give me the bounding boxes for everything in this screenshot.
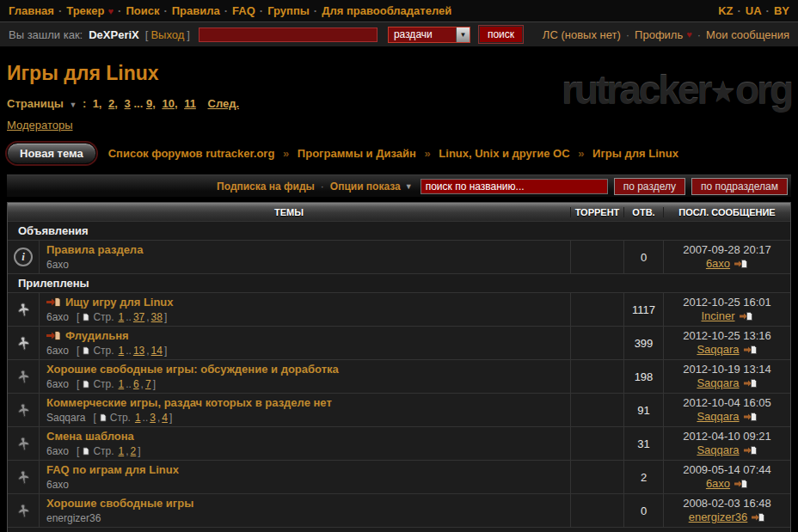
separator: ·: [626, 28, 629, 41]
torrent-cell: [570, 461, 623, 493]
topic-page-link[interactable]: 6: [133, 378, 139, 390]
last-post-date: 2012-10-25 13:16: [683, 329, 771, 343]
topic-title-link[interactable]: Коммерческие игры, раздач которых в разд…: [46, 396, 332, 409]
nav-faq[interactable]: FAQ: [232, 4, 255, 17]
search-in-section-button[interactable]: по разделу: [614, 178, 685, 195]
page-link-11[interactable]: 11: [184, 97, 196, 110]
topic-title-link[interactable]: FAQ по играм для Linux: [46, 463, 179, 476]
torrent-cell: [570, 293, 623, 326]
lang-kz[interactable]: KZ: [718, 4, 733, 17]
pin-icon: [15, 469, 32, 486]
pages-label: Стр.: [110, 412, 131, 424]
breadcrumb-programs-design[interactable]: Программы и Дизайн: [298, 147, 416, 160]
page-link-10[interactable]: 10: [162, 97, 174, 110]
last-post-author-link[interactable]: Saqqara: [697, 376, 739, 390]
goto-last-post-icon[interactable]: [744, 446, 758, 455]
breadcrumb: Список форумов rutracker.org » Программы…: [108, 147, 678, 160]
topic-author: 6axo: [46, 445, 69, 457]
new-posts-icon[interactable]: [46, 297, 61, 307]
topic-page-link[interactable]: 1: [119, 378, 125, 390]
topic-page-link[interactable]: 7: [145, 378, 151, 390]
last-post-author-link[interactable]: Saqqara: [697, 343, 739, 357]
topic-page-link[interactable]: 37: [133, 311, 144, 323]
topic-author: 6axo: [46, 311, 69, 323]
topic-page-link[interactable]: 38: [151, 311, 163, 323]
display-options-link[interactable]: Опции показа: [330, 180, 401, 193]
topic-title-link[interactable]: Ищу игру для Linux: [65, 296, 174, 309]
lang-ua[interactable]: UA: [746, 4, 762, 17]
last-post-author-link[interactable]: 6axo: [706, 257, 730, 271]
torrent-cell: [570, 394, 623, 426]
topic-page-link[interactable]: 14: [151, 345, 163, 357]
last-post-date: 2012-10-04 16:05: [683, 396, 771, 410]
nav-search[interactable]: Поиск: [126, 4, 159, 17]
nav-separator: ·: [260, 4, 263, 17]
topic-title-link[interactable]: Флудильня: [65, 329, 129, 342]
topic-page-link[interactable]: 2: [131, 445, 137, 457]
my-messages-link[interactable]: Мои сообщения: [706, 28, 789, 41]
topic-page-link[interactable]: 1: [135, 412, 141, 424]
nav-tracker[interactable]: Трекер: [66, 4, 104, 17]
chevron-down-icon[interactable]: ▼: [70, 101, 77, 109]
nav-rules[interactable]: Правила: [172, 4, 220, 17]
goto-last-post-icon[interactable]: [734, 480, 748, 488]
heart-icon: ♥: [686, 29, 692, 40]
lang-by[interactable]: BY: [774, 4, 789, 17]
last-post-author-link[interactable]: Inciner: [701, 309, 734, 323]
topic-page-link[interactable]: 13: [133, 345, 144, 357]
col-header-replies: ОТВ.: [623, 207, 663, 217]
goto-last-post-icon[interactable]: [744, 413, 758, 421]
breadcrumb-forum-index[interactable]: Список форумов rutracker.org: [108, 147, 275, 160]
topic-author: 6axo: [46, 378, 69, 390]
breadcrumb-games-linux[interactable]: Игры для Linux: [592, 147, 678, 160]
breadcrumb-linux-unix[interactable]: Linux, Unix и другие ОС: [439, 147, 569, 160]
goto-last-post-icon[interactable]: [744, 379, 758, 388]
page-current: 1: [93, 97, 99, 110]
topic-title-link[interactable]: Правила раздела: [46, 243, 143, 256]
pin-icon: [15, 402, 32, 419]
nav-separator: ·: [314, 4, 317, 17]
new-posts-icon[interactable]: [46, 331, 61, 340]
nav-copyright-holders[interactable]: Для правообладателей: [322, 4, 451, 17]
page-link-3[interactable]: 3: [125, 97, 131, 110]
goto-last-post-icon[interactable]: [744, 345, 758, 354]
search-in-subsections-button[interactable]: по подразделам: [691, 178, 788, 195]
pages-label: Стр.: [93, 378, 114, 390]
comma: ,: [99, 97, 102, 110]
replies-count: 399: [623, 327, 663, 359]
search-button[interactable]: поиск: [479, 26, 523, 43]
goto-last-post-icon[interactable]: [734, 260, 748, 268]
profile-link[interactable]: Профиль: [635, 28, 683, 41]
next-page-link[interactable]: След.: [208, 97, 240, 110]
replies-count: 91: [623, 394, 663, 426]
logout-link[interactable]: Выход: [150, 28, 184, 41]
topic-title-link[interactable]: Хорошие свободные игры: [46, 497, 193, 510]
search-scope-select[interactable]: раздачи ▼: [388, 27, 470, 43]
title-search-input[interactable]: [420, 179, 608, 194]
topic-page-link[interactable]: 3: [150, 412, 156, 424]
last-post-author-link[interactable]: Saqqara: [697, 443, 739, 457]
moderators-link[interactable]: Модераторы: [7, 119, 73, 131]
nav-home[interactable]: Главная: [9, 4, 54, 17]
chevron-down-icon[interactable]: ▼: [456, 28, 470, 42]
topic-page-link[interactable]: 4: [162, 412, 168, 424]
last-post-date: 2007-09-28 20:17: [683, 243, 771, 257]
topic-page-link[interactable]: 1: [119, 445, 125, 457]
goto-last-post-icon[interactable]: [752, 513, 765, 522]
chevron-down-icon[interactable]: ▼: [405, 182, 413, 191]
topic-page-link[interactable]: 1: [119, 311, 125, 323]
topic-title-link[interactable]: Хорошие свободные игры: обсуждение и дор…: [46, 363, 339, 376]
topics-table: ТЕМЫ ТОРРЕНТ ОТВ. ПОСЛ. СООБЩЕНИЕ Объявл…: [7, 202, 791, 532]
goto-last-post-icon[interactable]: [740, 312, 753, 321]
last-post-author-link[interactable]: Saqqara: [697, 410, 739, 424]
last-post-author-link[interactable]: energizer36: [689, 511, 748, 524]
ellipsis: ...: [133, 97, 143, 110]
topic-page-link[interactable]: 1: [119, 345, 125, 357]
nav-groups[interactable]: Группы: [267, 4, 310, 17]
last-post-author-link[interactable]: 6axo: [706, 477, 730, 491]
topic-title-link[interactable]: Смена шаблона: [46, 430, 134, 443]
private-messages-link[interactable]: ЛС (новых нет): [543, 28, 621, 41]
quick-search-input[interactable]: [199, 28, 378, 42]
feeds-subscription-link[interactable]: Подписка на фиды: [217, 180, 315, 193]
new-topic-button[interactable]: Новая тема: [7, 143, 96, 164]
